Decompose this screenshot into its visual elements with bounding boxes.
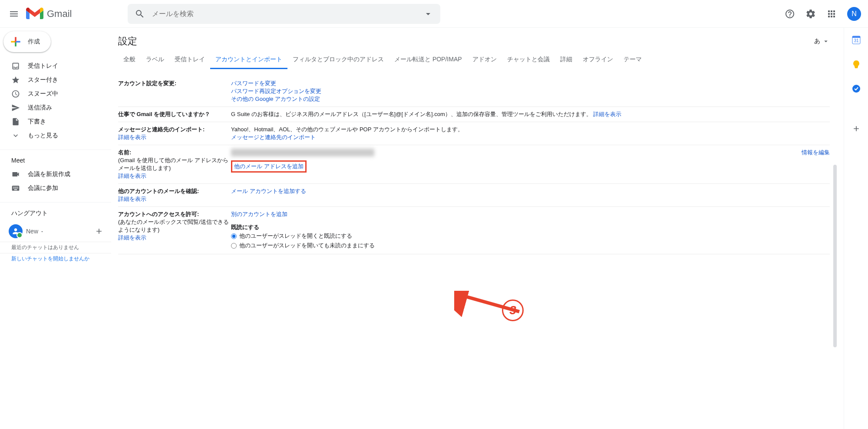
import-action-link[interactable]: メッセージと連絡先のインポート [231, 134, 316, 140]
name-details-link[interactable]: 詳細を表示 [118, 173, 146, 179]
section-account-change: アカウント設定を変更: パスワードを変更 パスワード再設定オプションを変更 その… [118, 73, 830, 107]
calendar-addon-button[interactable]: 31 [848, 31, 865, 49]
svg-line-0 [461, 295, 519, 312]
tab-filters-blocked[interactable]: フィルタとブロック中のアドレス [287, 51, 389, 69]
search-input[interactable] [149, 10, 419, 18]
tab-forwarding-pop[interactable]: メール転送と POP/IMAP [389, 51, 467, 69]
radio-mark-read[interactable]: 他のユーザーがスレッドを開くと既読にする [231, 231, 830, 241]
settings-button[interactable] [802, 5, 819, 23]
sidebar-item-drafts[interactable]: 下書き [0, 115, 108, 129]
settings-title: 設定 [118, 35, 137, 48]
radio-mark-read-label: 他のユーザーがスレッドを開くと既読にする [239, 232, 352, 240]
sidebar-item-snoozed[interactable]: スヌーズ中 [0, 87, 108, 101]
tasks-addon-button[interactable] [848, 80, 865, 97]
change-recovery-options-link[interactable]: パスワード再設定オプションを変更 [231, 88, 321, 94]
section-label: アカウントへのアクセスを許可: (あなたのメールボックスで閲覧/送信できるように… [118, 207, 231, 254]
radio-keep-unread[interactable]: 他のユーザーがスレッドを開いても未読のままにする [231, 241, 830, 250]
add-another-email-link[interactable]: 他のメール アドレスを追加 [231, 160, 307, 173]
add-mail-account-link[interactable]: メール アカウントを追加する [231, 188, 306, 194]
sidebar-item-label: 下書き [28, 118, 46, 126]
gmail-logo-icon [26, 7, 43, 20]
meet-join-meeting[interactable]: 会議に参加 [0, 181, 108, 195]
sidebar-item-starred[interactable]: スター付き [0, 73, 108, 87]
search-icon [135, 9, 145, 19]
hangout-start-new[interactable]: 新しいチャットを開始しませんか [0, 253, 111, 264]
settings-body: アカウント設定を変更: パスワードを変更 パスワード再設定オプションを変更 その… [111, 69, 837, 258]
section-label: 他のアカウントのメールを確認: 詳細を表示 [118, 184, 231, 207]
tab-general[interactable]: 全般 [118, 51, 141, 69]
right-side-panel: 31 [844, 28, 868, 429]
tab-chat-meet[interactable]: チャットと会議 [502, 51, 555, 69]
hangout-user-row[interactable]: New [0, 221, 111, 242]
radio-keep-unread-input[interactable] [231, 243, 237, 249]
sidebar-item-more[interactable]: もっと見る [0, 129, 108, 143]
search-button[interactable] [131, 5, 149, 23]
tasks-icon [852, 84, 861, 93]
plus-icon [852, 124, 861, 133]
section-import: メッセージと連絡先のインポート: 詳細を表示 Yahoo!、Hotmail、AO… [118, 122, 830, 145]
tab-addons[interactable]: アドオン [467, 51, 502, 69]
tab-themes[interactable]: テーマ [618, 51, 647, 69]
radio-keep-unread-label: 他のユーザーがスレッドを開いても未読のままにする [239, 242, 375, 249]
keep-addon-button[interactable] [848, 56, 865, 73]
edit-info-link[interactable]: 情報を編集 [802, 149, 830, 156]
name-sublabel: (Gmail を使用して他のメール アドレスからメールを送信します) [118, 157, 228, 171]
main-menu-button[interactable] [3, 3, 24, 24]
scrollbar-thumb[interactable] [833, 165, 837, 347]
tab-offline[interactable]: オフライン [578, 51, 618, 69]
meet-new-meeting[interactable]: 会議を新規作成 [0, 167, 108, 181]
redacted-name-value [231, 149, 374, 156]
caret-down-icon [40, 229, 44, 234]
section-name: 名前: (Gmail を使用して他のメール アドレスからメールを送信します) 詳… [118, 145, 830, 184]
hangout-title: ハングアウト [0, 206, 111, 221]
caret-down-icon [822, 37, 830, 45]
import-description: Yahoo!、Hotmail、AOL、その他のウェブメールや POP アカウント… [231, 126, 830, 133]
language-selector[interactable]: あ [814, 37, 830, 45]
add-addon-button[interactable] [848, 120, 865, 137]
check-mail-details-link[interactable]: 詳細を表示 [118, 196, 146, 202]
radio-mark-read-input[interactable] [231, 233, 237, 239]
apps-button[interactable] [823, 5, 840, 23]
sidebar-item-label: 会議に参加 [28, 184, 58, 192]
compose-button[interactable]: 作成 [3, 31, 51, 52]
sidebar-item-inbox[interactable]: 受信トレイ [0, 59, 108, 73]
meet-section: Meet 会議を新規作成 会議に参加 [0, 150, 111, 199]
left-sidebar: 作成 受信トレイ スター付き スヌーズ中 送信済み 下書き もっと見る [0, 28, 111, 429]
section-label: 名前: (Gmail を使用して他のメール アドレスからメールを送信します) 詳… [118, 145, 231, 184]
tab-labels[interactable]: ラベル [141, 51, 169, 69]
search-options-button[interactable] [419, 5, 437, 23]
sidebar-item-label: 送信済み [28, 104, 52, 112]
section-gsuite: 仕事で Gmail を使用していますか？ G Suite のお客様は、ビジネス用… [118, 107, 830, 122]
support-button[interactable] [781, 5, 799, 23]
grant-details-link[interactable]: 詳細を表示 [118, 234, 146, 241]
gsuite-details-link[interactable]: 詳細を表示 [593, 111, 621, 117]
hangout-avatar-icon [9, 224, 23, 238]
compose-label: 作成 [28, 38, 40, 46]
logo-area: Gmail [24, 7, 128, 20]
search-container [128, 4, 440, 24]
other-google-settings-link[interactable]: その他の Google アカウントの設定 [231, 96, 320, 102]
gear-icon [805, 9, 816, 19]
tab-advanced[interactable]: 詳細 [555, 51, 578, 69]
change-password-link[interactable]: パスワードを変更 [231, 80, 276, 86]
tab-accounts-import[interactable]: アカウントとインポート [210, 51, 287, 69]
svg-rect-2 [852, 36, 860, 38]
send-icon [11, 103, 20, 112]
add-another-account-link[interactable]: 別のアカウントを追加 [231, 211, 287, 217]
tab-inbox[interactable]: 受信トレイ [169, 51, 210, 69]
hangout-no-recent: 最近のチャットはありません [0, 242, 111, 253]
caret-down-icon [423, 9, 433, 19]
import-details-link[interactable]: 詳細を表示 [118, 134, 146, 140]
svg-text:31: 31 [854, 38, 859, 43]
videocam-icon [11, 170, 20, 179]
clock-icon [11, 90, 20, 98]
hangout-add-button[interactable] [94, 226, 104, 236]
section-grant-access: アカウントへのアクセスを許可: (あなたのメールボックスで閲覧/送信できるように… [118, 207, 830, 254]
user-avatar[interactable]: N [847, 7, 861, 21]
grant-sublabel: (あなたのメールボックスで閲覧/送信できるようになります) [118, 219, 229, 233]
inbox-icon [11, 62, 20, 70]
hangout-section: ハングアウト New 最近のチャットはありません 新しいチャットを開始しませんか [0, 202, 111, 268]
chevron-down-icon [11, 131, 20, 140]
sidebar-item-sent[interactable]: 送信済み [0, 101, 108, 115]
settings-header: 設定 あ [111, 35, 837, 51]
